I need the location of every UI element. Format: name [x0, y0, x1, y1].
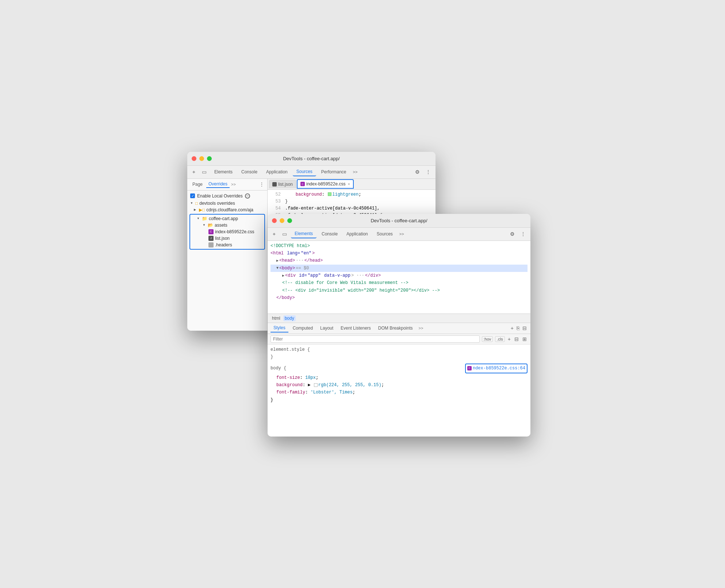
back-enable-label: Enable Local Overrides: [197, 193, 243, 199]
front-html-lang-attr: lang=: [284, 250, 300, 257]
front-element-style-close: }: [271, 353, 528, 361]
back-settings-icon[interactable]: ⚙: [413, 168, 422, 176]
front-breadcrumb-body[interactable]: body: [283, 315, 296, 321]
front-inspect-icon[interactable]: ⌖: [271, 230, 278, 238]
front-hov-button[interactable]: :hov: [482, 336, 493, 342]
front-el-head[interactable]: ▶ <head> ··· </head>: [271, 257, 528, 264]
front-more-icon[interactable]: ⋮: [519, 230, 528, 238]
back-css-file-icon: C: [208, 229, 214, 234]
front-styles-filter-input[interactable]: [271, 335, 480, 343]
back-tab-console[interactable]: Console: [238, 168, 261, 176]
front-bg-swatch: [314, 383, 318, 387]
back-cdnjs-arrow: ▶: [194, 208, 197, 211]
back-assets-label: assets: [215, 223, 227, 228]
front-font-size-prop: font-size: [276, 375, 300, 380]
back-sidebar-tab-overrides[interactable]: Overrides: [206, 181, 230, 188]
front-tab-sources[interactable]: Sources: [373, 230, 396, 238]
front-el-body-close[interactable]: </body>: [271, 294, 528, 301]
front-head-tag: <head>: [279, 257, 295, 264]
front-body-background: background: ▶ rgb(224, 255, 255, 0.15);: [271, 381, 528, 389]
front-style-inspect-icon[interactable]: ⊟: [514, 335, 519, 343]
back-sidebar-menu-btn[interactable]: ⋮: [259, 181, 264, 187]
back-title-bar: DevTools - coffee-cart.app/: [187, 152, 436, 166]
back-code-tab-json[interactable]: list.json: [269, 180, 296, 188]
back-css-file-item[interactable]: C index-b859522e.css: [190, 228, 264, 235]
front-minimize-button[interactable]: [280, 218, 284, 223]
front-device-icon[interactable]: ▭: [281, 230, 288, 238]
back-inspect-icon[interactable]: ⌖: [190, 168, 197, 176]
back-coffecart-item[interactable]: ▼ 📁 coffee-cart.app: [190, 215, 264, 222]
back-cdnjs-item[interactable]: ▶ ▶□ cdnjs.cloudflare.com/aja: [187, 207, 267, 213]
front-tab-application[interactable]: Application: [343, 230, 372, 238]
front-cls-button[interactable]: .cls: [495, 336, 505, 342]
front-styles-tab-dom-breakpoints[interactable]: DOM Breakpoints: [375, 324, 416, 332]
front-style-layout-icon[interactable]: ⊟: [522, 324, 528, 332]
back-headers-file-label: .headers: [215, 242, 232, 247]
front-font-size-val: 18px: [305, 375, 316, 380]
back-code-tab-css-label: index-b859522e.css: [306, 181, 345, 187]
back-maximize-button[interactable]: [207, 156, 212, 161]
front-el-body[interactable]: ▼ <body> == $0: [271, 265, 528, 272]
back-enable-checkbox[interactable]: ✓: [190, 193, 195, 198]
back-json-file-item[interactable]: J list.json: [190, 235, 264, 242]
front-styles-tabs: Styles Computed Layout Event Listeners D…: [268, 323, 530, 334]
back-tree-root[interactable]: ▼ □ devtools overrides: [187, 200, 267, 207]
back-headers-file-item[interactable]: .headers: [190, 242, 264, 248]
front-source-badge-icon: C: [467, 366, 472, 370]
back-coffeecart-arrow: ▼: [197, 217, 200, 220]
front-el-comment-1: <!-- disable for Core Web Vitals measure…: [271, 279, 528, 287]
front-head-arrow: ▶: [276, 258, 279, 264]
front-maximize-button[interactable]: [287, 218, 292, 223]
back-enable-overrides: ✓ Enable Local Overrides: [187, 192, 267, 200]
front-body-pseudo: == $0: [296, 265, 309, 272]
front-title-bar: DevTools - coffee-cart.app/: [268, 214, 530, 228]
front-div-app-dots: > ···: [351, 272, 364, 279]
back-coffeecart-folder-icon: 📁: [202, 216, 207, 221]
front-top-tabs: ⌖ ▭ Elements Console Application Sources…: [268, 228, 530, 241]
back-tab-sources[interactable]: Sources: [293, 168, 316, 176]
front-el-html[interactable]: <html lang= "en" >: [271, 250, 528, 257]
back-device-icon[interactable]: ▭: [200, 168, 208, 176]
front-window-title: DevTools - coffee-cart.app/: [371, 218, 427, 223]
front-styles-overflow[interactable]: >>: [417, 326, 425, 330]
front-body-style-section: body { C ndex-b859522e.css:64 font-size:…: [271, 364, 528, 404]
front-styles-tab-event-listeners[interactable]: Event Listeners: [338, 324, 374, 332]
front-body-tag: <body>: [279, 265, 295, 272]
front-styles-tab-layout[interactable]: Layout: [317, 324, 336, 332]
front-body-arrow: ▼: [276, 265, 279, 271]
back-assets-item[interactable]: ▼ 📂 assets: [190, 222, 264, 228]
back-tab-application[interactable]: Application: [262, 168, 291, 176]
back-css-file-label: index-b859522e.css: [215, 229, 254, 234]
front-settings-icon[interactable]: ⚙: [508, 230, 517, 238]
back-sidebar-overflow[interactable]: >>: [231, 182, 236, 187]
back-close-button[interactable]: [192, 156, 196, 161]
front-div-app-close: </div>: [365, 272, 381, 279]
back-sidebar-tab-page[interactable]: Page: [190, 181, 205, 188]
back-tab-elements[interactable]: Elements: [211, 168, 236, 176]
front-breadcrumb-html[interactable]: html: [271, 315, 282, 321]
front-source-badge[interactable]: C ndex-b859522e.css:64: [465, 364, 528, 373]
front-close-button[interactable]: [272, 218, 277, 223]
back-more-icon[interactable]: ⋮: [424, 168, 433, 176]
front-elements-tree: <!DOCTYPE html> <html lang= "en" > ▶ <he…: [268, 241, 530, 314]
front-styles-content: element.style { } body { C ndex-b859522e…: [268, 345, 530, 437]
front-el-div-app[interactable]: ▶ <div id= "app" data-v-app > ··· </div>: [271, 272, 528, 279]
back-minimize-button[interactable]: [199, 156, 204, 161]
back-no-entry-icon[interactable]: [245, 193, 250, 199]
back-headers-file-icon: [208, 242, 214, 247]
front-tab-console[interactable]: Console: [318, 230, 341, 238]
front-styles-tab-styles[interactable]: Styles: [271, 324, 288, 333]
back-tab-overflow[interactable]: >>: [352, 168, 359, 176]
back-tab-performance[interactable]: Performance: [318, 168, 350, 176]
back-cdnjs-folder-icon: ▶□: [199, 207, 205, 212]
back-code-tab-css[interactable]: C index-b859522e.css ×: [297, 179, 354, 189]
front-style-add-icon[interactable]: +: [510, 324, 514, 332]
front-style-plus-icon[interactable]: +: [507, 335, 511, 343]
front-styles-tab-computed[interactable]: Computed: [290, 324, 316, 332]
back-code-tab-css-close[interactable]: ×: [348, 182, 350, 186]
front-style-copy-icon[interactable]: ⎘: [516, 324, 520, 332]
front-style-toggle-icon[interactable]: ⊞: [522, 335, 528, 343]
back-top-tab-icons: ⚙ ⋮: [413, 168, 433, 176]
front-tab-overflow[interactable]: >>: [398, 230, 406, 238]
front-tab-elements[interactable]: Elements: [291, 230, 317, 238]
